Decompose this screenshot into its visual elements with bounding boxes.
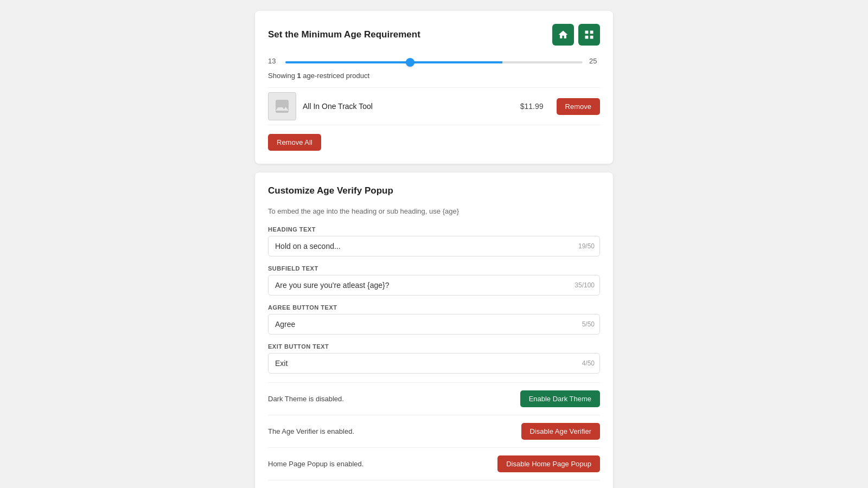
product-name: All In One Track Tool	[303, 102, 514, 111]
exit-field-label: EXIT BUTTON TEXT	[268, 343, 600, 350]
product-thumbnail	[268, 92, 296, 120]
remove-all-button[interactable]: Remove All	[268, 134, 321, 151]
exit-field-wrapper: 4/50	[268, 353, 600, 374]
slider-wrapper	[285, 56, 583, 65]
exit-text-input[interactable]	[268, 353, 600, 374]
subfield-group: SUBFIELD TEXT 35/100	[268, 265, 600, 296]
card-title: Set the Minimum Age Requirement	[268, 29, 420, 40]
exit-field-group: EXIT BUTTON TEXT 4/50	[268, 343, 600, 374]
remove-product-button[interactable]: Remove	[557, 98, 600, 115]
age-verifier-toggle-row: The Age Verifier is enabled. Disable Age…	[268, 415, 600, 447]
dark-theme-toggle-row: Dark Theme is disabled. Enable Dark Them…	[268, 382, 600, 415]
showing-text: Showing 1 age-restriced product	[268, 72, 600, 80]
showing-count: 1	[297, 72, 301, 80]
disable-age-verifier-button[interactable]: Disable Age Verifier	[521, 423, 600, 440]
slider-min-label: 13	[268, 57, 279, 65]
product-image-icon	[273, 98, 291, 115]
agree-field-label: AGREE BUTTON TEXT	[268, 304, 600, 311]
product-row: All In One Track Tool $11.99 Remove	[268, 87, 600, 125]
heading-field-group: HEADING TEXT 19/50	[268, 226, 600, 256]
agree-text-input[interactable]	[268, 314, 600, 335]
dark-theme-status: Dark Theme is disabled.	[268, 395, 344, 403]
heading-field-wrapper: 19/50	[268, 236, 600, 256]
age-verifier-status: The Age Verifier is enabled.	[268, 427, 354, 435]
age-requirement-card: Set the Minimum Age Requirement 13	[255, 11, 613, 164]
subfield-label: SUBFIELD TEXT	[268, 265, 600, 272]
enable-dark-theme-button[interactable]: Enable Dark Theme	[520, 390, 600, 407]
customize-card-header: Customize Age Verify Popup	[268, 185, 600, 196]
customize-popup-card: Customize Age Verify Popup To embed the …	[255, 172, 613, 488]
heading-counter: 19/50	[578, 242, 595, 250]
grid-icon	[584, 29, 595, 40]
disable-home-popup-button[interactable]: Disable Home Page Popup	[497, 455, 600, 472]
home-popup-toggle-row: Home Page Popup is enabled. Disable Home…	[268, 447, 600, 480]
agree-counter: 5/50	[582, 320, 595, 328]
home-icon	[558, 29, 569, 40]
slider-max-label: 25	[589, 57, 600, 65]
card-header: Set the Minimum Age Requirement	[268, 24, 600, 46]
exit-counter: 4/50	[582, 359, 595, 367]
product-price: $11.99	[520, 102, 544, 111]
grid-icon-button[interactable]	[578, 24, 600, 46]
slider-row: 13 25	[268, 56, 600, 65]
age-slider[interactable]	[285, 61, 583, 63]
home-icon-button[interactable]	[552, 24, 574, 46]
subfield-text-input[interactable]	[268, 275, 600, 296]
page-wrapper: Set the Minimum Age Requirement 13	[255, 11, 613, 488]
home-popup-status: Home Page Popup is enabled.	[268, 460, 363, 468]
section-subtitle: To embed the age into the heading or sub…	[268, 207, 600, 215]
subfield-wrapper: 35/100	[268, 275, 600, 296]
customize-card-title: Customize Age Verify Popup	[268, 185, 393, 196]
heading-field-label: HEADING TEXT	[268, 226, 600, 233]
icon-btn-group	[552, 24, 600, 46]
heading-text-input[interactable]	[268, 236, 600, 256]
subfield-counter: 35/100	[575, 281, 595, 289]
agree-field-group: AGREE BUTTON TEXT 5/50	[268, 304, 600, 335]
agree-field-wrapper: 5/50	[268, 314, 600, 335]
